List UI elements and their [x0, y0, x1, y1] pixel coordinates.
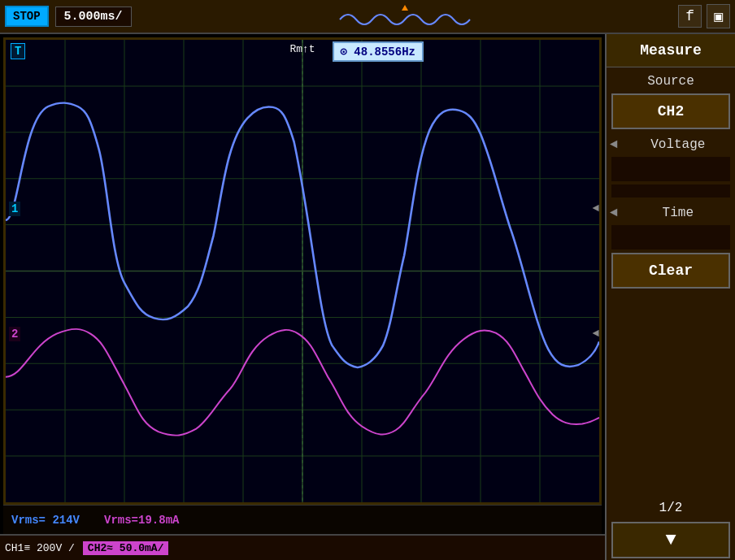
bottom-bar: CH1≡ 200V / CH2≈ 50.0mA/: [0, 534, 605, 560]
vrms-ch1: Vrms= 214V: [11, 514, 80, 527]
down-arrow-icon: ▼: [665, 530, 676, 550]
sidebar-title: Measure: [607, 34, 735, 67]
ch2-arrow: ◄: [593, 327, 599, 340]
top-bar: STOP 5.000ms/ f ▣: [0, 0, 735, 34]
sidebar: Measure Source CH2 ◄ Voltage ◄ Time Clea…: [605, 34, 735, 560]
ch1-info: CH1≡ 200V /: [5, 542, 75, 554]
time-arrow: ◄: [607, 206, 621, 220]
function-icon[interactable]: f: [678, 5, 702, 28]
scope-screen: T Rm↑t ⊙ 48.8556Hz 1 2 ◄ ◄: [3, 37, 602, 505]
ch2-waveform: [6, 40, 599, 502]
stop-button[interactable]: STOP: [5, 6, 49, 27]
next-page-button[interactable]: ▼: [611, 522, 730, 558]
source-label: Source: [607, 67, 735, 92]
main-layout: T Rm↑t ⊙ 48.8556Hz 1 2 ◄ ◄ Vrms= 214V Vr…: [0, 34, 735, 560]
voltage-label: Voltage: [621, 137, 735, 152]
ch1-marker: 1: [9, 202, 20, 216]
ch2-marker: 2: [9, 327, 20, 341]
scope-area: T Rm↑t ⊙ 48.8556Hz 1 2 ◄ ◄ Vrms= 214V Vr…: [0, 34, 605, 560]
timebase-display: 5.000ms/: [55, 7, 132, 27]
voltage-row: ◄ Voltage: [607, 131, 735, 155]
time-row: ◄ Time: [607, 199, 735, 224]
trigger-waveform: [138, 5, 672, 28]
clear-button[interactable]: Clear: [611, 253, 730, 289]
voltage-arrow: ◄: [607, 137, 621, 152]
status-bar: Vrms= 214V Vrms=19.8mA: [3, 505, 602, 534]
ch1-arrow: ◄: [593, 202, 599, 215]
svg-marker-0: [402, 5, 408, 11]
source-ch2-button[interactable]: CH2: [611, 93, 730, 129]
menu-icon[interactable]: ▣: [707, 4, 730, 28]
top-icons: f ▣: [678, 4, 730, 28]
vrms-ch2: Vrms=19.8mA: [104, 514, 179, 527]
ch-t-label: T: [11, 43, 25, 59]
ch2-info: CH2≈ 50.0mA/: [83, 541, 169, 555]
freq-display: ⊙ 48.8556Hz: [333, 41, 424, 62]
page-indicator: 1/2: [607, 496, 735, 520]
time-label: Time: [621, 206, 735, 220]
rmt-label: Rm↑t: [289, 43, 315, 55]
